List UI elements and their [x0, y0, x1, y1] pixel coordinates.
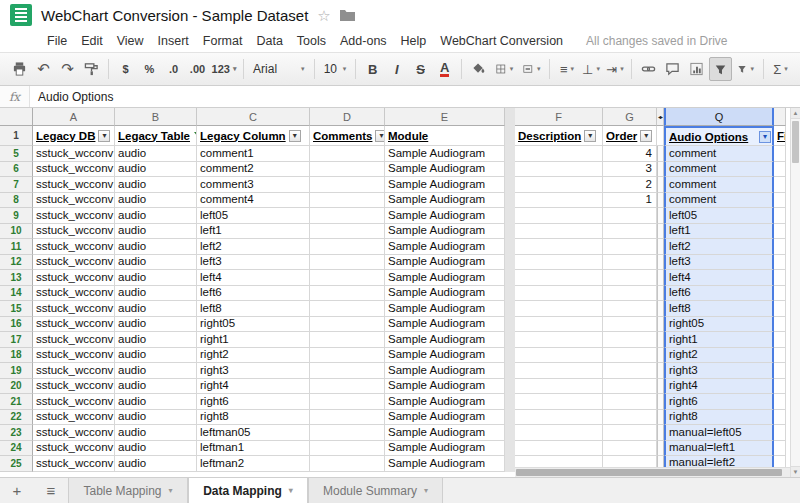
cell[interactable]: Sample Audiogram [385, 425, 505, 441]
cell[interactable] [603, 224, 657, 240]
cell[interactable] [603, 410, 657, 426]
menu-view[interactable]: View [110, 34, 151, 48]
add-sheet-button[interactable]: + [0, 478, 34, 503]
cell[interactable] [603, 425, 657, 441]
cell[interactable]: left6 [197, 286, 310, 302]
row-number[interactable]: 20 [0, 379, 33, 395]
cell[interactable] [774, 394, 786, 410]
filter-button[interactable] [709, 57, 732, 81]
cell[interactable] [603, 255, 657, 271]
vertical-scrollbar[interactable]: ▲ ▼ [790, 108, 800, 477]
cell[interactable]: right3 [197, 363, 310, 379]
cell[interactable]: audio [115, 177, 197, 193]
format-currency-button[interactable]: $ [114, 57, 137, 81]
row-number[interactable]: 13 [0, 270, 33, 286]
menu-file[interactable]: File [40, 34, 74, 48]
cell[interactable]: right6 [197, 394, 310, 410]
cell[interactable]: Sample Audiogram [385, 456, 505, 472]
header-filter-dropdown[interactable]: ▾ [640, 130, 652, 142]
cell[interactable]: right8 [197, 410, 310, 426]
insert-chart-button[interactable] [685, 57, 708, 81]
cell[interactable] [515, 317, 603, 333]
cell[interactable] [774, 286, 786, 302]
cell[interactable]: right8 [664, 410, 774, 426]
cell[interactable] [515, 193, 603, 209]
row-number[interactable]: 17 [0, 332, 33, 348]
cell[interactable]: Sample Audiogram [385, 255, 505, 271]
column-letter-E[interactable]: E [385, 108, 505, 126]
cell[interactable]: Sample Audiogram [385, 208, 505, 224]
cell[interactable] [310, 301, 385, 317]
cell[interactable]: Sample Audiogram [385, 379, 505, 395]
cell[interactable]: sstuck_wcconv [33, 441, 115, 457]
cell[interactable] [310, 332, 385, 348]
cell[interactable]: comment [664, 177, 774, 193]
cell[interactable] [310, 410, 385, 426]
cell[interactable] [515, 146, 603, 162]
horizontal-scrollbar-thumb[interactable] [516, 469, 782, 476]
scroll-down-icon[interactable]: ▼ [791, 466, 800, 477]
select-all-corner[interactable] [0, 108, 33, 126]
cell[interactable] [515, 224, 603, 240]
cell[interactable]: right1 [664, 332, 774, 348]
cell[interactable]: Sample Audiogram [385, 162, 505, 178]
tab-data-mapping[interactable]: Data Mapping ▾ [188, 478, 308, 503]
header-filter-dropdown[interactable]: ▾ [759, 131, 771, 143]
cell[interactable] [310, 162, 385, 178]
cell[interactable] [310, 193, 385, 209]
cell[interactable] [515, 348, 603, 364]
row-number[interactable]: 9 [0, 208, 33, 224]
row-number[interactable]: 5 [0, 146, 33, 162]
cell[interactable] [774, 441, 786, 457]
cell[interactable] [515, 301, 603, 317]
cell[interactable]: sstuck_wcconv [33, 332, 115, 348]
cell[interactable]: Sample Audiogram [385, 239, 505, 255]
cell[interactable]: comment [664, 146, 774, 162]
text-color-button[interactable]: A [433, 57, 456, 81]
cell[interactable] [774, 348, 786, 364]
cell[interactable] [310, 441, 385, 457]
cell[interactable]: right4 [197, 379, 310, 395]
cell[interactable] [774, 363, 786, 379]
cell[interactable]: comment1 [197, 146, 310, 162]
cell[interactable] [310, 239, 385, 255]
column-header-cell[interactable]: Order▾ [603, 126, 657, 146]
cell[interactable]: Sample Audiogram [385, 301, 505, 317]
column-header-cell[interactable]: Comments▾ [310, 126, 385, 146]
cell[interactable] [310, 208, 385, 224]
cell[interactable]: audio [115, 224, 197, 240]
cell[interactable]: leftman05 [197, 425, 310, 441]
cell[interactable]: left8 [664, 301, 774, 317]
cell[interactable] [515, 363, 603, 379]
cell[interactable]: audio [115, 193, 197, 209]
cell[interactable] [774, 332, 786, 348]
cell[interactable]: manual=left1 [664, 441, 774, 457]
filter-views-button[interactable]: ▾ [733, 57, 758, 81]
column-letter-B[interactable]: B [115, 108, 197, 126]
row-number[interactable]: 6 [0, 162, 33, 178]
cell[interactable]: 3 [603, 162, 657, 178]
row-number[interactable]: 12 [0, 255, 33, 271]
borders-button[interactable]: ▾ [491, 57, 517, 81]
cell[interactable]: right05 [197, 317, 310, 333]
cell[interactable] [603, 286, 657, 302]
cell[interactable] [515, 441, 603, 457]
cell[interactable]: right3 [664, 363, 774, 379]
cell[interactable] [774, 317, 786, 333]
column-letter-D[interactable]: D [310, 108, 385, 126]
tab-table-mapping[interactable]: Table Mapping ▾ [68, 478, 188, 503]
cell[interactable] [774, 379, 786, 395]
row-number[interactable]: 25 [0, 456, 33, 472]
cell[interactable] [515, 162, 603, 178]
cell[interactable] [774, 146, 786, 162]
cell[interactable]: left1 [664, 224, 774, 240]
cell[interactable]: comment4 [197, 193, 310, 209]
cell[interactable]: right1 [197, 332, 310, 348]
horizontal-scrollbar[interactable] [515, 467, 790, 477]
cell[interactable] [310, 224, 385, 240]
functions-button[interactable]: Σ▾ [769, 57, 792, 81]
cell[interactable] [310, 425, 385, 441]
cell[interactable]: sstuck_wcconv [33, 363, 115, 379]
column-header-cell[interactable]: Description▾ [515, 126, 603, 146]
column-header-cell[interactable]: Legacy Table [115, 126, 197, 146]
